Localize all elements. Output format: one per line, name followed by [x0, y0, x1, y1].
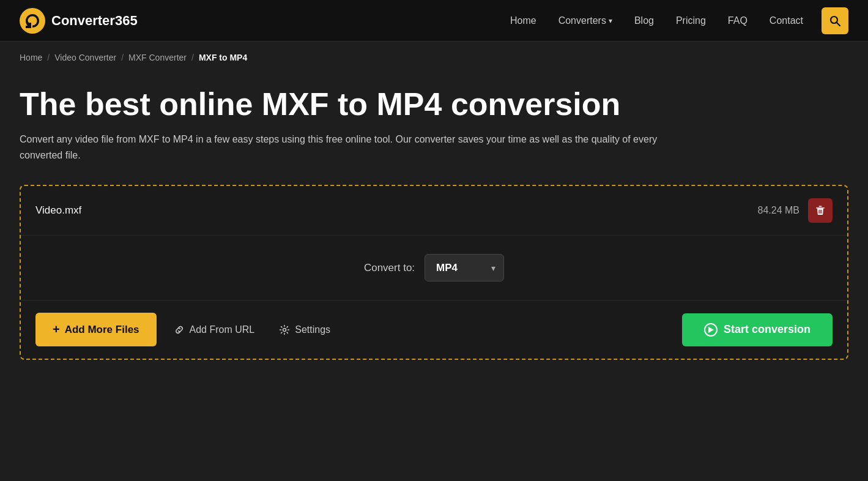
header: Converter365 Home Converters ▾ Blog Pric…: [0, 0, 868, 42]
play-circle-icon: [704, 323, 718, 337]
nav-item-blog[interactable]: Blog: [626, 10, 662, 31]
file-meta: 84.24 MB: [758, 198, 833, 223]
settings-label: Settings: [295, 324, 330, 335]
breadcrumb: Home / Video Converter / MXF Converter /…: [0, 42, 868, 69]
actions-left: + Add More Files Add From URL: [35, 313, 338, 346]
delete-file-button[interactable]: [808, 198, 833, 223]
add-more-files-button[interactable]: + Add More Files: [35, 313, 157, 346]
nav-item-contact[interactable]: Contact: [761, 10, 812, 31]
converter-box: Video.mxf 84.24 MB Convert to:: [20, 185, 848, 360]
main-nav: Home Converters ▾ Blog Pricing FAQ Conta…: [502, 7, 848, 34]
add-from-url-button[interactable]: Add From URL: [166, 319, 262, 340]
logo-icon: [20, 8, 45, 34]
settings-button[interactable]: Settings: [272, 319, 338, 340]
file-row: Video.mxf 84.24 MB: [21, 186, 847, 236]
gear-icon: [279, 324, 290, 335]
converters-chevron-icon: ▾: [609, 17, 612, 25]
logo-area[interactable]: Converter365: [20, 8, 138, 34]
file-size: 84.24 MB: [758, 205, 799, 216]
convert-to-label: Convert to:: [364, 262, 415, 274]
breadcrumb-sep-1: /: [47, 53, 50, 62]
search-button[interactable]: [822, 7, 848, 34]
breadcrumb-sep-2: /: [121, 53, 124, 62]
breadcrumb-mxf-converter[interactable]: MXF Converter: [128, 53, 187, 62]
search-icon: [829, 15, 841, 27]
add-url-label: Add From URL: [190, 324, 255, 335]
svg-line-2: [837, 22, 840, 26]
actions-row: + Add More Files Add From URL: [21, 300, 847, 359]
breadcrumb-video-converter[interactable]: Video Converter: [54, 53, 116, 62]
svg-rect-3: [816, 207, 825, 209]
start-conversion-button[interactable]: Start conversion: [682, 313, 833, 346]
convert-to-row: Convert to: MP4 AVI MOV MKV WMV FLV WEBM: [21, 236, 847, 300]
breadcrumb-current: MXF to MP4: [199, 53, 247, 62]
breadcrumb-sep-3: /: [191, 53, 194, 62]
add-more-label: Add More Files: [65, 324, 139, 336]
plus-icon: +: [53, 323, 60, 337]
nav-item-faq[interactable]: FAQ: [719, 10, 756, 31]
nav-item-home[interactable]: Home: [502, 10, 545, 31]
file-name: Video.mxf: [35, 204, 81, 217]
svg-rect-4: [819, 206, 822, 207]
link-icon: [174, 324, 185, 335]
format-select[interactable]: MP4 AVI MOV MKV WMV FLV WEBM: [425, 254, 504, 282]
nav-item-converters[interactable]: Converters ▾: [550, 10, 621, 31]
logo-name: Converter365: [51, 13, 138, 29]
page-title: The best online MXF to MP4 conversion: [20, 87, 848, 122]
breadcrumb-home[interactable]: Home: [20, 53, 42, 62]
page-subtitle: Convert any video file from MXF to MP4 i…: [20, 132, 692, 163]
trash-icon: [815, 205, 826, 216]
nav-item-pricing[interactable]: Pricing: [667, 10, 714, 31]
svg-point-8: [283, 328, 286, 331]
play-triangle-icon: [708, 327, 714, 333]
format-select-wrapper: MP4 AVI MOV MKV WMV FLV WEBM: [425, 254, 504, 282]
main-content: The best online MXF to MP4 conversion Co…: [0, 69, 868, 384]
svg-point-0: [20, 8, 45, 34]
start-conversion-label: Start conversion: [724, 323, 811, 336]
